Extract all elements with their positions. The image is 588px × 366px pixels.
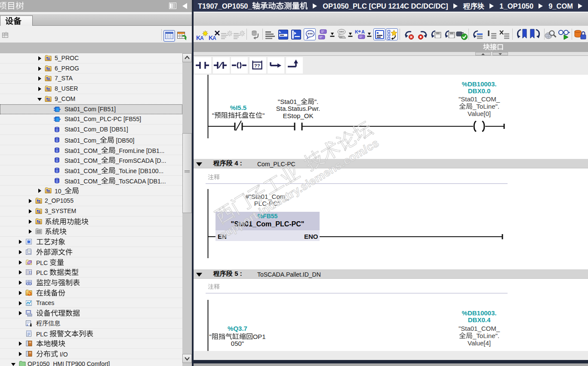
svg-text:A: A bbox=[212, 35, 216, 40]
svg-text:K: K bbox=[355, 29, 358, 34]
svg-text:A: A bbox=[361, 29, 365, 34]
svg-text:A: A bbox=[200, 35, 204, 40]
svg-text:??: ?? bbox=[254, 63, 260, 68]
